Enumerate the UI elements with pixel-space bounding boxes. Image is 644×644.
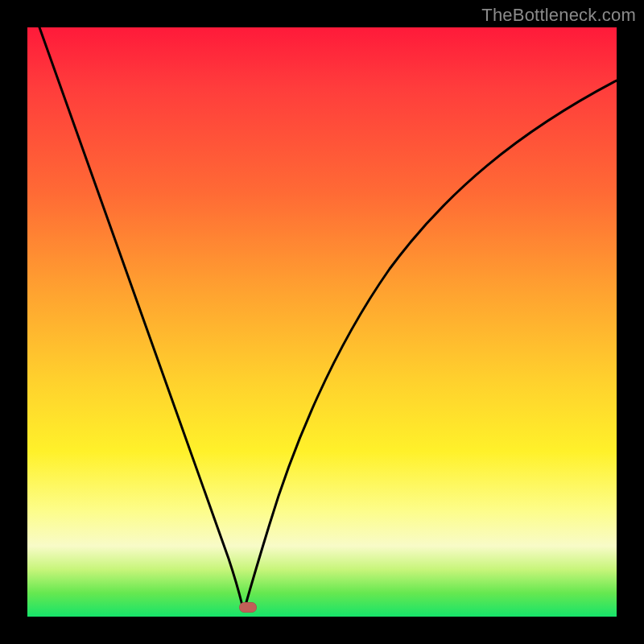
plot-area bbox=[27, 27, 617, 617]
optimal-point-marker bbox=[239, 602, 257, 613]
chart-frame: TheBottleneck.com bbox=[0, 0, 644, 644]
bottleneck-curve bbox=[27, 27, 617, 617]
watermark-text: TheBottleneck.com bbox=[481, 5, 636, 26]
